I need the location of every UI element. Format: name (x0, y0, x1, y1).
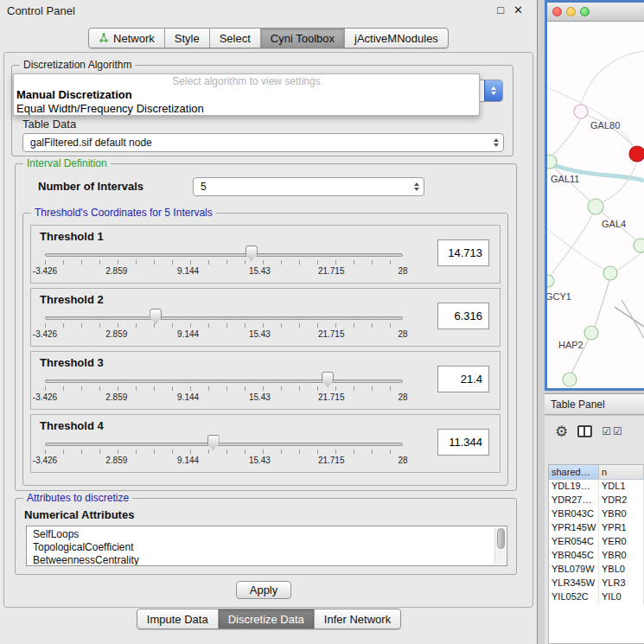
table-panel: ⚙ ☑ ☑ shared…n YDL19…YDL1YDR27…YDR2YBR04… (545, 415, 644, 644)
close-traffic-light-icon[interactable] (552, 7, 562, 16)
slider-thumb[interactable] (245, 245, 258, 261)
slider-tick-label: 15.43 (249, 329, 271, 339)
network-edge (603, 162, 637, 202)
network-graph: GAL80GAL11GAL4GCY1HAP2 (547, 22, 644, 388)
columns-icon[interactable] (577, 425, 592, 437)
threshold-value-field[interactable]: 14.713 (437, 239, 489, 266)
tab-style[interactable]: Style (165, 29, 210, 48)
network-window: GAL80GAL11GAL4GCY1HAP2 (545, 0, 644, 391)
table-row[interactable]: YDR27…YDR2 (549, 494, 644, 507)
slider-thumb[interactable] (322, 372, 334, 387)
select-all-icon[interactable]: ☑ (602, 425, 611, 437)
table-cell: YBR0 (599, 549, 644, 563)
network-node[interactable] (603, 266, 617, 280)
gear-icon[interactable]: ⚙ (555, 423, 568, 441)
threshold-slider[interactable]: -3.4262.8599.14415.4321.71528 (45, 245, 403, 279)
network-node[interactable] (584, 326, 598, 340)
slider-thumb[interactable] (207, 435, 220, 450)
network-node-label: GCY1 (547, 291, 571, 302)
tab-jactivemnodules[interactable]: jActiveMNodules (345, 29, 448, 48)
scrollbar-thumb[interactable] (497, 528, 505, 549)
column-header[interactable]: shared… (549, 465, 599, 479)
network-edge (615, 307, 644, 327)
slider-tick-label: -3.426 (33, 456, 57, 465)
tab-label: Select (220, 32, 251, 45)
dropdown-option[interactable]: Equal Width/Frequency Discretization (14, 102, 479, 116)
tab-label: Discretize Data (228, 613, 304, 626)
network-icon (99, 32, 109, 45)
number-of-intervals-dropdown[interactable]: 5 (193, 177, 424, 196)
slider-tick-label: 21.715 (318, 266, 345, 276)
slider-tick-label: 9.144 (177, 456, 199, 465)
slider-track[interactable] (45, 253, 403, 257)
slider-tick-label: 15.43 (249, 266, 271, 276)
table-row[interactable]: YDL19…YDL1 (549, 480, 644, 494)
tab-infer-network[interactable]: Infer Network (315, 609, 400, 628)
close-window-icon[interactable]: ✕ (513, 3, 523, 16)
network-node[interactable] (563, 373, 577, 386)
apply-button[interactable]: Apply (236, 581, 291, 599)
slider-track[interactable] (45, 379, 403, 383)
tab-select[interactable]: Select (210, 29, 261, 48)
thresholds-group: Threshold's Coordinates for 5 Intervals … (22, 213, 508, 486)
network-node[interactable] (547, 275, 554, 287)
table-cell: YPR1 (599, 521, 644, 535)
select-none-icon[interactable]: ☑ (613, 425, 622, 437)
slider-tick-label: 2.859 (105, 329, 127, 339)
threshold-panel-4: Threshold 4-3.4262.8599.14415.4321.71528… (30, 414, 501, 473)
slider-thumb[interactable] (150, 309, 162, 324)
network-node[interactable] (588, 199, 603, 214)
minimize-traffic-light-icon[interactable] (566, 7, 576, 16)
slider-tick-label: 21.715 (318, 392, 345, 402)
table-data-dropdown[interactable]: galFiltered.sif default node (22, 133, 504, 152)
table-row[interactable]: YER054CYER0 (549, 535, 644, 549)
table-row[interactable]: YLR345WYLR3 (549, 577, 644, 590)
panel-divider[interactable] (539, 0, 545, 644)
slider-track[interactable] (45, 443, 403, 446)
network-node[interactable] (547, 155, 557, 169)
list-item[interactable]: TopologicalCoefficient (27, 541, 507, 554)
list-item[interactable]: BetweennessCentrality (27, 554, 507, 566)
threshold-value-field[interactable]: 21.4 (437, 366, 489, 392)
tab-cyni-toolbox[interactable]: Cyni Toolbox (261, 29, 345, 48)
threshold-label: Threshold 4 (40, 419, 104, 432)
table-cell: YBL079W (549, 563, 599, 577)
network-node[interactable] (634, 239, 644, 252)
slider-track[interactable] (45, 316, 403, 320)
tab-network[interactable]: Network (89, 29, 165, 48)
threshold-value-field[interactable]: 11.344 (437, 429, 489, 456)
threshold-value-field[interactable]: 6.316 (437, 303, 489, 329)
dropdown-option[interactable]: Manual Discretization (14, 88, 479, 102)
table-row[interactable]: YBR045CYBR0 (549, 549, 644, 563)
numerical-attributes-label: Numerical Attributes (24, 508, 134, 521)
threshold-slider[interactable]: -3.4262.8599.14415.4321.71528 (45, 308, 403, 342)
network-node-label: GAL80 (590, 120, 620, 131)
network-node[interactable] (629, 146, 644, 162)
float-window-icon[interactable]: □ (497, 3, 504, 16)
network-node[interactable] (574, 105, 588, 118)
column-header[interactable]: n (599, 465, 644, 479)
tab-impute-data[interactable]: Impute Data (137, 609, 219, 628)
table-row[interactable]: YBL079WYBL0 (549, 563, 644, 577)
tab-label: jActiveMNodules (354, 32, 438, 45)
slider-tick-label: 9.144 (177, 266, 199, 276)
control-panel-title: Control Panel (7, 4, 75, 17)
threshold-slider[interactable]: -3.4262.8599.14415.4321.71528 (45, 434, 403, 469)
slider-tick-label: 21.715 (318, 456, 345, 465)
top-tab-row: NetworkStyleSelectCyni ToolboxjActiveMNo… (0, 28, 537, 48)
tab-label: Network (113, 32, 155, 45)
list-scrollbar[interactable] (494, 527, 506, 564)
table-row[interactable]: YBR043CYBR0 (549, 507, 644, 521)
slider-tick-label: -3.426 (33, 392, 57, 402)
list-item[interactable]: SelfLoops (27, 528, 507, 541)
threshold-slider[interactable]: -3.4262.8599.14415.4321.71528 (45, 371, 403, 405)
table-row[interactable]: YIL052CYIL0 (549, 590, 644, 604)
zoom-traffic-light-icon[interactable] (580, 7, 590, 16)
slider-tick-label: 28 (398, 329, 407, 339)
table-cell: YLR345W (549, 577, 599, 590)
tab-discretize-data[interactable]: Discretize Data (219, 609, 315, 628)
network-edge (547, 87, 635, 148)
network-canvas[interactable]: GAL80GAL11GAL4GCY1HAP2 (547, 22, 644, 388)
table-cell: YDR2 (599, 494, 644, 507)
table-row[interactable]: YPR145WYPR1 (549, 521, 644, 535)
